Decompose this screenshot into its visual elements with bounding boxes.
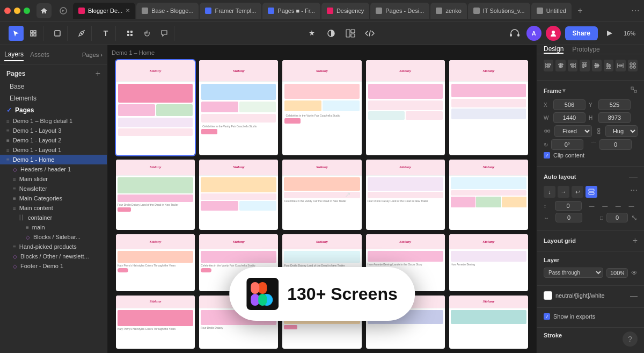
add-page-button[interactable]: + [96, 69, 100, 78]
tab-untitled[interactable]: Untitled [531, 3, 572, 19]
comment-tool[interactable] [157, 26, 172, 41]
screenshot-thumb-6[interactable]: Stòlany Four Drolle Daisey Land of the D… [116, 160, 195, 230]
clip-content-checkbox[interactable]: ✓ [544, 152, 550, 159]
tab-desigency[interactable]: Desigency [321, 3, 369, 19]
tab-close-icon[interactable]: ✕ [126, 8, 130, 13]
padding-input[interactable] [606, 213, 628, 222]
user-avatar[interactable]: A [526, 26, 541, 41]
minimize-btn[interactable] [14, 8, 20, 14]
gap-v-input[interactable] [555, 201, 582, 211]
layer-home[interactable]: ≡ Demo 1 - Home [0, 155, 107, 164]
layer-layout2[interactable]: ≡ Demo 1 - Layout 2 [0, 135, 107, 145]
screenshot-thumb-8[interactable]: Stòlany Celebrities in the Vanity Fair t… [282, 160, 361, 230]
align-right-button[interactable] [568, 60, 577, 71]
layer-main[interactable]: ≡ main [0, 222, 107, 232]
home-icon[interactable] [36, 3, 52, 18]
frame-tool[interactable] [26, 26, 41, 41]
design-tab[interactable]: Design [544, 45, 564, 54]
distribute-icon[interactable] [616, 60, 625, 71]
fill-icon[interactable] [304, 26, 319, 41]
help-button[interactable]: ? [623, 332, 638, 347]
align-top-button[interactable] [580, 60, 589, 71]
layer-blocks-newsletter[interactable]: ◇ Blocks / Other / newslett... [0, 251, 107, 261]
tab-blogger[interactable]: Blogger De... ✕ [73, 3, 135, 19]
add-grid-button[interactable]: + [633, 236, 638, 246]
rectangle-tool[interactable] [50, 26, 65, 41]
opacity-input[interactable] [606, 268, 628, 278]
layer-headers[interactable]: ◇ Headers / header 1 [0, 164, 107, 174]
visibility-icon[interactable]: 👁 [631, 269, 638, 277]
tab-base[interactable]: Base - Blogge... [136, 3, 199, 19]
al-wrap-icon[interactable]: ↩ [572, 186, 583, 198]
user-avatar-2[interactable] [546, 26, 561, 41]
layers-tab[interactable]: Layers [4, 48, 24, 61]
fill-color-swatch[interactable] [544, 291, 552, 300]
align-center-h-button[interactable] [555, 60, 565, 71]
al-down-icon[interactable]: ↓ [544, 186, 555, 198]
x-input[interactable] [553, 99, 586, 110]
align-bottom-button[interactable] [604, 60, 613, 71]
frame-resize-icon[interactable] [630, 86, 638, 95]
screenshot-thumb-7[interactable]: Stòlany [199, 160, 278, 230]
tab-pages-fr[interactable]: Pages ■ - Fr... [262, 3, 320, 19]
al-more-icon[interactable]: ⋯ [630, 186, 638, 198]
preview-icon[interactable] [602, 26, 617, 41]
auto-layout-minus-icon[interactable]: — [629, 172, 638, 182]
al-right-icon[interactable]: → [558, 186, 569, 198]
screenshot-thumb-16[interactable]: Stòlany Katy Perry's Hairstyles Colors T… [116, 296, 195, 349]
layer-container[interactable]: ⎜⎜ container [0, 213, 107, 222]
constraint-h-select[interactable]: Hug Fixed Fill [605, 125, 638, 137]
show-exports-checkbox[interactable]: ✓ [544, 313, 550, 320]
hand-tool[interactable] [140, 26, 155, 41]
w-input[interactable] [553, 112, 586, 123]
screenshot-thumb-20[interactable]: Stòlany [449, 296, 528, 349]
constraint-w-select[interactable]: Fixed Hug Fill [554, 125, 592, 137]
y-input[interactable] [598, 99, 631, 110]
component-tool[interactable] [122, 26, 137, 41]
align-middle-button[interactable] [592, 60, 602, 71]
screenshot-thumb-5[interactable]: Stòlany [449, 60, 528, 155]
layer-footer[interactable]: ◇ Footer - Demo 1 [0, 261, 107, 271]
expand-padding-icon[interactable]: ⤡ [631, 213, 638, 222]
code-icon[interactable] [362, 26, 377, 41]
remove-fill-button[interactable]: — [630, 291, 638, 300]
frame-expand-icon[interactable]: ▼ [561, 88, 567, 93]
screenshot-thumb-9[interactable]: Stòlany Four Drolle Daisey Land of the D… [366, 160, 445, 230]
tab-pages-desi[interactable]: Pages - Desi... [370, 3, 429, 19]
layer-mode-select[interactable]: Pass through Normal Multiply Screen Over… [544, 268, 603, 278]
corner-input[interactable] [599, 139, 632, 150]
close-btn[interactable] [4, 8, 11, 14]
prototype-tab[interactable]: Prototype [572, 46, 599, 53]
tab-it[interactable]: IT Solutions_v... [468, 3, 530, 19]
more-options-icon[interactable]: ⋯ [631, 5, 640, 16]
rotation-input[interactable] [551, 139, 583, 150]
layer-main-content[interactable]: ≡ Main content [0, 203, 107, 213]
screenshot-thumb-2[interactable]: Stòlany Celebrities in the Vanity Fair C… [199, 60, 278, 155]
page-pages[interactable]: ✓ Pages [0, 104, 107, 116]
tab-zenko[interactable]: zenko [430, 3, 466, 19]
layer-blog-detail[interactable]: ≡ Demo 1 – Blog detail 1 [0, 116, 107, 126]
pages-label[interactable]: Pages › [82, 52, 103, 58]
layer-blocks-sidebar[interactable]: ◇ Blocks / Sidebar... [0, 232, 107, 242]
layout-icon[interactable] [343, 26, 358, 41]
align-left-button[interactable] [544, 60, 553, 71]
screenshot-thumb-10[interactable]: Stòlany [449, 160, 528, 230]
screenshot-thumb-11[interactable]: Stòlany Katy Perry's Hairstyles Colors T… [116, 234, 195, 291]
share-button[interactable]: Share [565, 26, 598, 40]
layer-layout1[interactable]: ≡ Demo 1 - Layout 1 [0, 145, 107, 155]
layer-hand-picked[interactable]: ≡ Hand-picked products [0, 242, 107, 251]
screenshot-thumb-15[interactable]: Stòlany How Annette Bening [449, 234, 528, 291]
back-forward-icon[interactable] [56, 3, 71, 18]
zoom-level[interactable]: 16% [621, 26, 638, 41]
text-tool[interactable]: T [98, 26, 113, 41]
maximize-btn[interactable] [24, 8, 30, 14]
layer-main-slider[interactable]: ≡ Main slider [0, 174, 107, 184]
tidy-icon[interactable] [628, 60, 638, 71]
screenshot-thumb-4[interactable]: Stòlany [366, 60, 445, 155]
layer-main-categories[interactable]: ≡ Main Categories [0, 193, 107, 203]
page-elements[interactable]: Elements [0, 92, 107, 104]
select-tool[interactable] [9, 26, 24, 41]
tab-framer[interactable]: Framer Templ... [200, 3, 261, 19]
page-base[interactable]: Base [0, 81, 107, 92]
screenshot-thumb-3[interactable]: Stòlany Celebrities in the Vanity Fair C… [282, 60, 361, 155]
